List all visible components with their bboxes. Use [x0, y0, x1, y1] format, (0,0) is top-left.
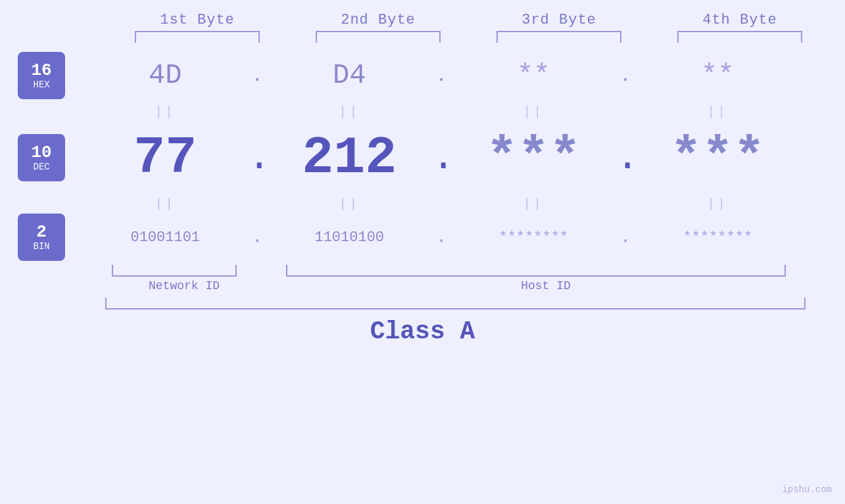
- bin-badge-label: BIN: [34, 241, 50, 252]
- dec-row: 77 . 212 . *** . ***: [83, 122, 845, 194]
- class-label-row: Class A: [0, 317, 845, 346]
- network-bracket-wrap: [92, 265, 256, 277]
- bracket-byte4-top: [677, 31, 802, 43]
- eq-sep-row1: || || || ||: [83, 103, 845, 121]
- bin-badge-col: 2 BIN: [0, 214, 83, 261]
- bracket-byte3-top: [496, 31, 621, 43]
- eq3b: ||: [451, 196, 616, 212]
- dec-badge-col: 10 DEC: [0, 134, 83, 181]
- eq1: ||: [83, 104, 247, 120]
- eq4: ||: [635, 104, 800, 120]
- id-labels-row: Network ID Host ID: [0, 279, 845, 292]
- bracket-byte1-top: [135, 31, 260, 43]
- byte1-header: 1st Byte: [107, 12, 288, 28]
- bracket-byte2-top: [316, 31, 441, 43]
- bin-badge: 2 BIN: [18, 214, 65, 261]
- dec-byte2: 212: [267, 128, 431, 188]
- hex-dot1: .: [247, 66, 267, 86]
- full-bracket-row: [0, 298, 845, 309]
- bin-byte4: ********: [635, 229, 800, 246]
- eq2b: ||: [267, 196, 431, 212]
- dec-byte1: 77: [83, 128, 247, 188]
- dec-badge-number: 10: [32, 143, 52, 162]
- hex-badge-col: 16 HEX: [0, 52, 83, 99]
- full-bracket-bottom: [105, 298, 806, 309]
- network-bracket-bottom: [112, 265, 237, 277]
- eq-sep-row2: || || || ||: [83, 195, 845, 213]
- dec-dot2: .: [431, 146, 451, 170]
- bin-byte2: 11010100: [267, 229, 431, 246]
- bin-dot1: .: [247, 229, 267, 246]
- bin-badge-number: 2: [36, 223, 47, 242]
- dec-byte4: ***: [635, 128, 800, 188]
- bracket-byte3-wrap: [469, 31, 650, 43]
- watermark: ipshu.com: [782, 484, 832, 495]
- class-label: Class A: [370, 317, 475, 346]
- byte-headers-row: 1st Byte 2nd Byte 3rd Byte 4th Byte: [0, 12, 845, 28]
- bottom-brackets-row: [0, 265, 845, 277]
- bracket-byte2-wrap: [288, 31, 469, 43]
- hex-byte1: 4D: [83, 60, 247, 91]
- dec-badge-label: DEC: [34, 162, 50, 172]
- main-container: 1st Byte 2nd Byte 3rd Byte 4th Byte 16 H…: [0, 0, 845, 504]
- eq4b: ||: [635, 196, 800, 212]
- bin-dot2: .: [431, 229, 451, 246]
- byte3-header: 3rd Byte: [469, 12, 650, 28]
- hex-byte2: D4: [267, 60, 431, 91]
- byte4-header: 4th Byte: [650, 12, 831, 28]
- bin-byte3: ********: [451, 229, 616, 246]
- dec-badge: 10 DEC: [18, 134, 65, 181]
- eq3: ||: [451, 104, 616, 120]
- hex-badge-label: HEX: [34, 80, 50, 90]
- network-id-label: Network ID: [92, 279, 276, 292]
- byte2-header: 2nd Byte: [288, 12, 469, 28]
- hex-row: 4D . D4 . ** . **: [83, 49, 845, 102]
- bracket-byte1-wrap: [107, 31, 288, 43]
- hex-badge-number: 16: [32, 61, 52, 80]
- hex-byte3: **: [451, 60, 616, 91]
- eq2: ||: [267, 104, 431, 120]
- hex-byte4: **: [635, 60, 800, 91]
- bin-byte1: 01001101: [83, 229, 247, 246]
- bracket-byte4-wrap: [650, 31, 831, 43]
- hex-badge: 16 HEX: [18, 52, 65, 99]
- host-id-label: Host ID: [276, 279, 815, 292]
- bin-dot3: .: [616, 229, 635, 246]
- bin-row: 01001101 . 11010100 . ******** . *******…: [83, 214, 845, 260]
- dec-dot1: .: [247, 146, 267, 170]
- top-brackets-row: [0, 31, 845, 43]
- hex-dot2: .: [431, 66, 451, 86]
- eq1b: ||: [83, 196, 247, 212]
- host-bracket-wrap: [276, 265, 796, 277]
- hex-dot3: .: [616, 66, 635, 86]
- full-bracket-wrap: [92, 298, 819, 309]
- dec-dot3: .: [616, 146, 635, 170]
- dec-byte3: ***: [451, 128, 616, 188]
- host-bracket-bottom: [286, 265, 786, 277]
